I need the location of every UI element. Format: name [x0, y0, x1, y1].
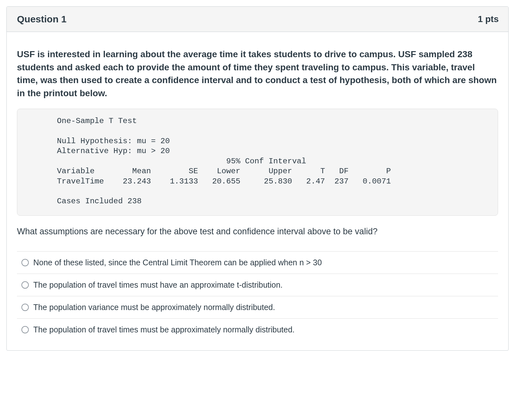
- col-variable: Variable: [57, 167, 95, 175]
- row-se: 1.3133: [170, 177, 198, 186]
- col-mean: Mean: [132, 167, 151, 175]
- col-t: T: [320, 167, 325, 175]
- question-header: Question 1 1 pts: [7, 7, 508, 32]
- ci-header: 95% Conf Interval: [226, 157, 306, 166]
- cases-included: Cases Included 238: [57, 197, 142, 206]
- radio-icon: [21, 326, 29, 333]
- col-p: P: [386, 167, 391, 175]
- answer-option[interactable]: The population of travel times must be a…: [17, 319, 498, 341]
- question-stem: USF is interested in learning about the …: [17, 48, 498, 100]
- col-df: DF: [339, 167, 348, 175]
- question-title: Question 1: [17, 14, 67, 25]
- col-se: SE: [189, 167, 198, 175]
- stat-printout: One-Sample T Test Null Hypothesis: mu = …: [17, 109, 498, 215]
- radio-icon: [21, 304, 29, 311]
- radio-icon: [21, 259, 29, 266]
- row-p: 0.0071: [363, 177, 391, 186]
- row-lower: 20.655: [212, 177, 240, 186]
- row-mean: 23.243: [123, 177, 151, 186]
- answer-option[interactable]: The population of travel times must have…: [17, 274, 498, 296]
- answer-list: None of these listed, since the Central …: [17, 251, 498, 341]
- question-card: Question 1 1 pts USF is interested in le…: [6, 6, 509, 351]
- question-body: USF is interested in learning about the …: [7, 32, 508, 350]
- col-lower: Lower: [217, 167, 241, 175]
- row-df: 237: [334, 177, 348, 186]
- alt-hypothesis: Alternative Hyp: mu > 20: [57, 147, 170, 155]
- answer-text: The population of travel times must be a…: [33, 325, 295, 334]
- radio-icon: [21, 281, 29, 289]
- followup-question: What assumptions are necessary for the a…: [17, 227, 498, 237]
- answer-option[interactable]: The population variance must be approxim…: [17, 296, 498, 319]
- question-points: 1 pts: [478, 14, 499, 24]
- answer-text: None of these listed, since the Central …: [33, 258, 322, 267]
- printout-title: One-Sample T Test: [57, 117, 137, 125]
- row-variable: TravelTime: [57, 177, 104, 186]
- row-upper: 25.830: [264, 177, 292, 186]
- answer-text: The population of travel times must have…: [33, 280, 283, 290]
- answer-text: The population variance must be approxim…: [33, 303, 275, 312]
- answer-option[interactable]: None of these listed, since the Central …: [17, 252, 498, 274]
- null-hypothesis: Null Hypothesis: mu = 20: [57, 137, 170, 145]
- row-t: 2.47: [306, 177, 325, 186]
- col-upper: Upper: [269, 167, 292, 175]
